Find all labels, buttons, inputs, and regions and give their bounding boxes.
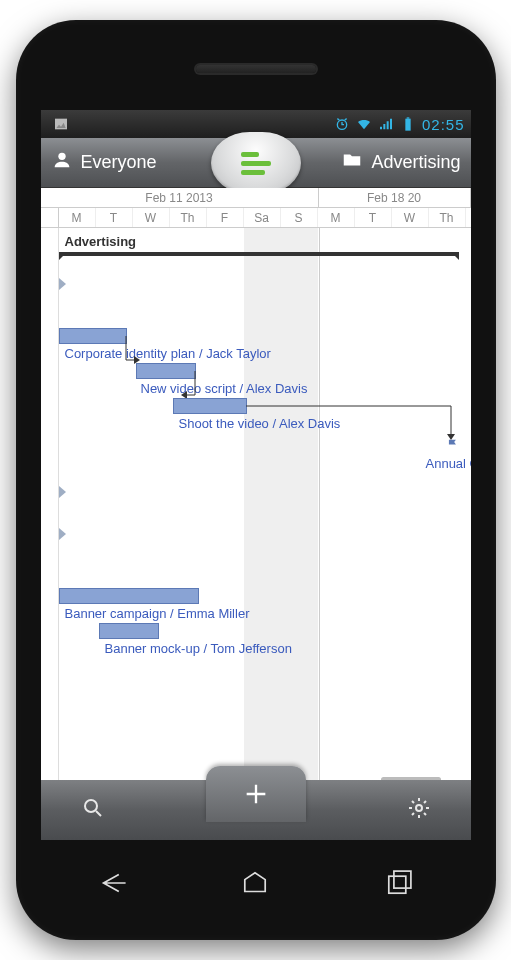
day-col: Th xyxy=(170,208,207,227)
bottom-toolbar xyxy=(41,780,471,840)
gantt-chart[interactable]: Advertising Corporate identity plan / Ja… xyxy=(41,228,471,780)
day-col: M xyxy=(59,208,96,227)
back-icon xyxy=(95,866,129,900)
phone-frame: 02:55 Everyone Advertising F xyxy=(16,20,496,940)
svg-rect-5 xyxy=(394,871,411,888)
search-icon xyxy=(81,796,105,820)
task-label: Banner campaign / Emma Miller xyxy=(65,606,250,621)
dependency-arrow xyxy=(246,406,466,446)
filter-project-label: Advertising xyxy=(371,152,460,173)
svg-point-1 xyxy=(58,153,65,160)
screen: 02:55 Everyone Advertising F xyxy=(41,110,471,840)
day-col: S xyxy=(281,208,318,227)
task-bar[interactable] xyxy=(99,623,159,639)
home-button[interactable] xyxy=(238,866,272,904)
collapse-triangle-icon[interactable] xyxy=(59,528,66,540)
weekend-shade xyxy=(244,228,318,780)
add-button[interactable] xyxy=(206,766,306,822)
battery-icon xyxy=(400,116,416,132)
gantt-view[interactable]: Feb 11 2013 Feb 18 20 M T W Th F Sa S M … xyxy=(41,188,471,780)
day-col: F xyxy=(207,208,244,227)
home-icon xyxy=(238,866,272,900)
clock: 02:55 xyxy=(422,116,465,133)
alarm-icon xyxy=(334,116,350,132)
person-icon xyxy=(51,149,73,176)
task-bar[interactable] xyxy=(136,363,196,379)
task-bar[interactable] xyxy=(59,328,127,344)
svg-rect-4 xyxy=(389,876,406,893)
gear-icon xyxy=(407,796,431,820)
menu-icon xyxy=(241,152,271,175)
collapse-triangle-icon[interactable] xyxy=(59,486,66,498)
week-label: Feb 11 2013 xyxy=(41,188,319,207)
collapse-triangle-icon[interactable] xyxy=(59,278,66,290)
day-col: M xyxy=(318,208,355,227)
recent-button[interactable] xyxy=(382,866,416,904)
svg-point-2 xyxy=(85,800,97,812)
picture-icon xyxy=(53,116,69,132)
day-col: Sa xyxy=(244,208,281,227)
app-toolbar: Everyone Advertising xyxy=(41,138,471,188)
android-nav-bar xyxy=(41,855,471,915)
folder-icon xyxy=(341,149,363,176)
task-label: Banner mock-up / Tom Jefferson xyxy=(105,641,292,656)
week-header: Feb 11 2013 Feb 18 20 xyxy=(41,188,471,208)
recent-icon xyxy=(382,866,416,900)
day-col: W xyxy=(133,208,170,227)
signal-icon xyxy=(378,116,394,132)
week-label: Feb 18 20 xyxy=(319,188,471,207)
main-menu-button[interactable] xyxy=(211,132,301,194)
group-label: Advertising xyxy=(65,234,137,249)
task-bar[interactable] xyxy=(173,398,247,414)
wifi-icon xyxy=(356,116,372,132)
back-button[interactable] xyxy=(95,866,129,904)
task-bar[interactable] xyxy=(59,588,199,604)
task-label: Annual Cor xyxy=(426,456,471,471)
task-label: Corporate identity plan / Jack Taylor xyxy=(65,346,271,361)
plus-icon xyxy=(242,780,270,808)
settings-button[interactable] xyxy=(407,796,431,824)
day-col: T xyxy=(96,208,133,227)
svg-point-3 xyxy=(416,805,422,811)
filter-people-label: Everyone xyxy=(81,152,157,173)
search-button[interactable] xyxy=(81,796,105,824)
group-summary-bar[interactable] xyxy=(59,252,459,256)
day-col: T xyxy=(355,208,392,227)
day-col: Th xyxy=(429,208,466,227)
day-header: M T W Th F Sa S M T W Th xyxy=(41,208,471,228)
task-label: New video script / Alex Davis xyxy=(141,381,308,396)
day-col: W xyxy=(392,208,429,227)
milestone-flag-icon[interactable] xyxy=(446,438,460,455)
